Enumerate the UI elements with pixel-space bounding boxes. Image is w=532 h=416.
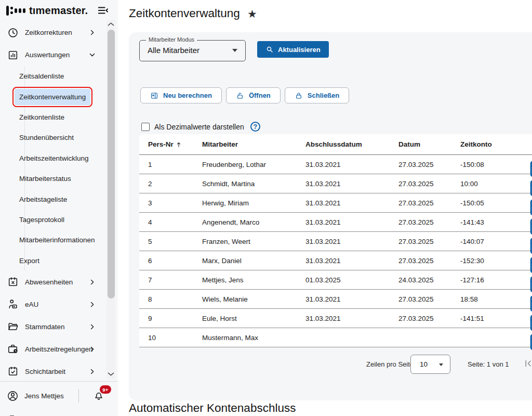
sidebar-subitem-arbeitstageliste[interactable]: Arbeitstageliste xyxy=(0,189,118,209)
first-page-icon[interactable] xyxy=(523,358,532,369)
decimal-label: Als Dezimalwerte darstellen xyxy=(154,123,244,131)
content-card: Mitarbeiter Modus Alle Mitarbeiter Aktua… xyxy=(129,32,532,400)
column-header-mitarbeiter[interactable]: Mitarbeiter xyxy=(193,140,297,148)
table-row[interactable]: 1Freudenberg, Lothar31.03.202127.03.2025… xyxy=(139,155,532,174)
chevron-right-icon xyxy=(88,300,97,309)
sidebar-scrollbar[interactable] xyxy=(107,20,115,379)
sidebar-subitem-mitarbeiterinformationen[interactable]: Mitarbeiterinformationen xyxy=(0,230,118,250)
brand-name: tımemaster. xyxy=(29,5,88,17)
sidebar-subitem-label: Arbeitszeitentwicklung xyxy=(15,150,94,166)
table-cell: 01.03.2025 xyxy=(297,276,390,284)
table-row[interactable]: 3Herwig, Miriam31.03.202127.03.2025-150:… xyxy=(139,193,532,213)
table-row[interactable]: 5Franzen, Weert31.03.202127.03.2025-140:… xyxy=(139,232,532,251)
rows-per-page-select[interactable]: 10 xyxy=(410,355,450,374)
table-cell: 31.03.2021 xyxy=(297,295,390,303)
calendar-edit-icon[interactable] xyxy=(528,330,532,353)
table-row[interactable]: 8Wiels, Melanie31.03.202127.03.202518:58 xyxy=(139,290,532,309)
user-menu[interactable]: Jens Mettjes 9+ xyxy=(0,385,118,407)
table-cell: 27.03.2025 xyxy=(390,199,451,207)
open-accounts-button[interactable]: Öffnen xyxy=(226,87,281,103)
notifications-bell-icon[interactable]: 9+ xyxy=(92,389,105,402)
sidebar-item-zeitkorrekturen[interactable]: Zeitkorrekturen xyxy=(0,21,118,44)
page-info: Seite: 1 von 1 xyxy=(468,360,509,368)
sidebar-footer-divider xyxy=(0,381,118,382)
table-row[interactable]: 10Mustermann, Max xyxy=(139,328,532,347)
table-cell: 31.03.2021 xyxy=(297,315,390,322)
table-cell: 27.03.2025 xyxy=(390,295,451,303)
sidebar-subitem-zeitsaldenliste[interactable]: Zeitsaldenliste xyxy=(0,66,118,86)
sidebar-item-eau[interactable]: eAU xyxy=(0,293,118,316)
sidebar-subitem-arbeitszeitentwicklung[interactable]: Arbeitszeitentwicklung xyxy=(0,148,118,168)
sidebar-item-label: Stammdaten xyxy=(25,323,95,331)
refresh-label: Aktualisieren xyxy=(278,46,321,54)
column-header-pers-nr[interactable]: Pers-Nr xyxy=(139,140,193,148)
employee-mode-label: Mitarbeiter Modus xyxy=(146,36,197,43)
sidebar-item-abwesenheiten[interactable]: Abwesenheiten xyxy=(0,271,118,293)
sidebar-subitem-label: Mitarbeiterstatus xyxy=(15,171,76,187)
table-cell: 9 xyxy=(139,315,193,322)
close-label: Schließen xyxy=(308,92,339,99)
table-cell: Eule, Horst xyxy=(193,315,297,322)
sidebar-subitem-label: Export xyxy=(15,253,44,269)
footer-divider xyxy=(78,389,79,402)
sidebar-item-stammdaten[interactable]: Stammdaten xyxy=(0,316,118,338)
sidebar-item-label: Abwesenheiten xyxy=(25,278,95,286)
sidebar-nav: ZeitkorrekturenAuswertungenZeitsaldenlis… xyxy=(0,21,118,383)
scrollbar-thumb[interactable] xyxy=(108,30,115,298)
table-row[interactable]: 9Eule, Horst31.03.202127.03.2025-141:51 xyxy=(139,309,532,328)
calendar-check-icon xyxy=(7,366,19,377)
table-row[interactable]: 6Marx, Daniel31.03.202127.03.2025-152:30 xyxy=(139,251,532,270)
table-cell: 3 xyxy=(139,199,193,207)
sidebar-subitem-mitarbeiterstatus[interactable]: Mitarbeiterstatus xyxy=(0,168,118,189)
column-header-datum[interactable]: Datum xyxy=(390,140,451,148)
sidebar-subitem-label: Zeitkontenliste xyxy=(15,109,69,125)
scroll-up-icon[interactable] xyxy=(107,20,115,29)
decimal-checkbox[interactable] xyxy=(141,123,150,131)
timemaster-logo-icon xyxy=(6,6,25,16)
sidebar-header: tımemaster. xyxy=(0,0,118,21)
recalculate-button[interactable]: Neu berechnen xyxy=(140,87,222,103)
sidebar-subitem-zeitkontenliste[interactable]: Zeitkontenliste xyxy=(0,107,118,127)
table-cell: -152:30 xyxy=(451,257,519,265)
table-row[interactable]: 7Mettjes, Jens01.03.202524.03.2025-127:1… xyxy=(139,270,532,290)
table-cell: 31.03.2021 xyxy=(297,257,390,265)
sidebar-subitem-export[interactable]: Export xyxy=(0,251,118,271)
table-cell: Franzen, Weert xyxy=(193,238,297,245)
lock-closed-icon xyxy=(295,92,303,100)
table-cell: Mettjes, Jens xyxy=(193,276,297,284)
table-header-row: Pers-NrMitarbeiterAbschlussdatumDatumZei… xyxy=(139,134,532,155)
logout-icon xyxy=(7,414,19,416)
refresh-button[interactable]: Aktualisieren xyxy=(257,41,329,58)
sidebar-item-arbeitszeitregelungen[interactable]: Arbeitszeitregelungen xyxy=(0,338,118,360)
table-cell: 18:58 xyxy=(451,295,519,303)
chevron-down-icon xyxy=(439,363,443,366)
help-icon[interactable]: ? xyxy=(250,122,260,132)
calculator-icon xyxy=(150,92,158,100)
bar-chart-icon xyxy=(7,49,19,61)
logout-button[interactable]: Abmelden xyxy=(0,409,118,416)
table-cell: -141:51 xyxy=(451,315,519,322)
sidebar-collapse-icon[interactable] xyxy=(97,5,109,16)
sidebar-item-label: eAU xyxy=(25,301,95,308)
table-cell: Herwig, Miriam xyxy=(193,199,297,207)
sidebar-item-auswertungen[interactable]: Auswertungen xyxy=(0,44,118,66)
column-header-abschlussdatum[interactable]: Abschlussdatum xyxy=(297,140,390,148)
sidebar-subitem-stundenübersicht[interactable]: Stundenübersicht xyxy=(0,127,118,148)
table-row[interactable]: 4Angenendt, Marco31.03.202127.03.2025-14… xyxy=(139,213,532,232)
favorite-star-icon[interactable]: ★ xyxy=(247,8,257,20)
sidebar-subitem-zeitkontenverwaltung[interactable]: Zeitkontenverwaltung xyxy=(0,86,118,107)
table-cell: 27.03.2025 xyxy=(390,257,451,265)
table-cell: 27.03.2025 xyxy=(390,218,451,226)
close-accounts-button[interactable]: Schließen xyxy=(285,87,349,103)
table-cell: 27.03.2025 xyxy=(390,161,451,168)
sidebar-subitem-tagesprotokoll[interactable]: Tagesprotokoll xyxy=(0,210,118,230)
employee-mode-select[interactable]: Mitarbeiter Modus Alle Mitarbeiter xyxy=(139,40,246,61)
page-title: Zeitkontenverwaltung xyxy=(129,7,240,20)
table-row[interactable]: 2Schmidt, Martina31.03.202127.03.202510:… xyxy=(139,174,532,193)
scroll-down-icon[interactable] xyxy=(107,370,115,379)
table-cell: -141:43 xyxy=(451,218,519,226)
chevron-down-icon xyxy=(232,49,237,52)
sidebar-item-schichtarbeit[interactable]: Schichtarbeit xyxy=(0,360,118,383)
table-cell: 31.03.2021 xyxy=(297,161,390,168)
column-header-zeitkonto[interactable]: Zeitkonto xyxy=(451,140,519,148)
